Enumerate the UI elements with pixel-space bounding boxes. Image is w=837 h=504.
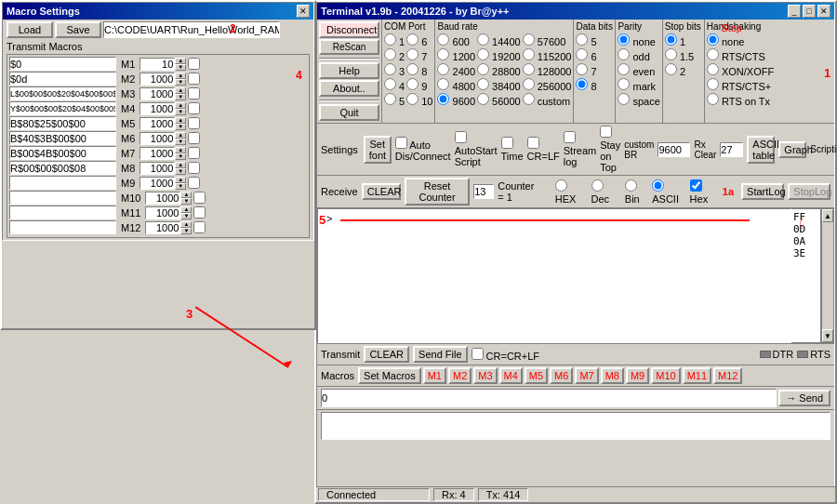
sb1-radio[interactable] (665, 33, 677, 46)
terminal-maximize-button[interactable]: □ (803, 5, 816, 18)
hs-xon-radio[interactable] (707, 63, 719, 75)
m7-checkbox[interactable] (188, 147, 200, 159)
macro-m9-input[interactable] (9, 176, 116, 190)
receive-clear-button[interactable]: CLEAR (362, 183, 401, 200)
auto-start-checkbox[interactable] (455, 131, 467, 143)
baud28800-radio[interactable] (477, 63, 489, 75)
file-path-input[interactable]: C:\CODE\UART\Run_HelloWorld_RAM.tmf (103, 21, 280, 38)
db5-radio[interactable] (576, 33, 588, 46)
m11-spin-up[interactable]: ▲ (180, 206, 192, 213)
stream-log-checkbox[interactable] (564, 131, 576, 143)
baud38400-radio[interactable] (477, 78, 489, 90)
close-button[interactable]: ✕ (297, 5, 310, 18)
baud14400-radio[interactable] (477, 33, 489, 46)
m5-checkbox[interactable] (188, 117, 200, 129)
disconnect-button[interactable]: Disconnect (319, 21, 379, 38)
m6-delay-input[interactable] (140, 132, 175, 145)
stay-on-top-checkbox[interactable] (600, 126, 612, 138)
m3-checkbox[interactable] (188, 87, 200, 99)
m9-delay-input[interactable] (140, 177, 175, 190)
m9-spin-up[interactable]: ▲ (175, 177, 186, 183)
macro-m2-input[interactable] (9, 72, 116, 86)
terminal-close-button[interactable]: ✕ (817, 5, 830, 18)
m12-checkbox[interactable] (193, 221, 206, 233)
macro-m7-input[interactable] (9, 146, 116, 160)
com5-radio[interactable] (384, 93, 396, 105)
m3-spin-up[interactable]: ▲ (175, 87, 186, 94)
macro-m8-input[interactable] (9, 161, 116, 175)
hex-radio[interactable] (555, 179, 567, 192)
extra-input-area[interactable] (321, 412, 830, 440)
macro-m7-button[interactable]: M7 (575, 367, 598, 384)
hs-rtscts-radio[interactable] (707, 48, 719, 60)
m2-checkbox[interactable] (188, 73, 200, 85)
auto-disconnect-checkbox[interactable] (395, 137, 407, 149)
hs-rtson-radio[interactable] (707, 93, 719, 105)
macro-m6-button[interactable]: M6 (550, 367, 573, 384)
m12-spin-up[interactable]: ▲ (180, 221, 192, 228)
custom-br-input[interactable]: 9600 (658, 142, 690, 157)
baud1200-radio[interactable] (437, 48, 449, 60)
send-file-button[interactable]: Send File (413, 346, 467, 363)
scrollbar-up-button[interactable]: ▲ (822, 209, 833, 222)
baud2400-radio[interactable] (437, 63, 449, 75)
time-checkbox[interactable] (501, 137, 513, 149)
m12-spin-down[interactable]: ▼ (180, 228, 192, 234)
macro-m10-input[interactable] (9, 191, 116, 205)
ascii-radio[interactable] (652, 179, 664, 192)
m3-delay-input[interactable] (140, 87, 175, 100)
com10-radio[interactable] (406, 93, 418, 105)
quit-button[interactable]: Quit (319, 104, 379, 121)
rx-clear-input[interactable]: 27 (720, 142, 743, 157)
baud600-radio[interactable] (437, 33, 449, 46)
macro-m5-button[interactable]: M5 (525, 367, 548, 384)
m11-delay-input[interactable] (145, 206, 180, 219)
baud56000-radio[interactable] (477, 93, 489, 105)
m6-spin-down[interactable]: ▼ (175, 139, 186, 145)
m5-spin-up[interactable]: ▲ (175, 117, 186, 124)
macro-m1-button[interactable]: M1 (423, 367, 446, 384)
com2-radio[interactable] (384, 48, 396, 60)
help-button[interactable]: Help (319, 62, 379, 79)
m5-spin-down[interactable]: ▼ (175, 124, 186, 130)
baud9600-radio[interactable] (437, 93, 449, 105)
macro-m2-button[interactable]: M2 (448, 367, 472, 384)
hs-none-radio[interactable] (707, 33, 719, 46)
macro-m12-input[interactable] (9, 220, 116, 234)
hs-rtscts2-radio[interactable] (707, 78, 719, 90)
parity-space-radio[interactable] (618, 93, 630, 105)
ascii-table-button[interactable]: ASCII table (747, 136, 775, 164)
db8-radio[interactable] (576, 78, 588, 90)
m1-spin-up[interactable]: ▲ (175, 58, 186, 64)
bin-radio[interactable] (625, 179, 637, 192)
com7-radio[interactable] (406, 48, 418, 60)
macro-m9-button[interactable]: M9 (626, 367, 649, 384)
parity-even-radio[interactable] (618, 63, 630, 75)
sb2-radio[interactable] (665, 63, 677, 75)
cr-crlf-checkbox[interactable] (472, 348, 484, 360)
dec-radio[interactable] (591, 179, 604, 192)
m10-spin-up[interactable]: ▲ (180, 192, 192, 198)
send-button[interactable]: → Send (778, 390, 830, 406)
stop-log-button[interactable]: StopLog (788, 183, 830, 200)
transmit-clear-button[interactable]: CLEAR (364, 346, 409, 363)
rescan-button[interactable]: ReScan (319, 39, 379, 55)
com6-radio[interactable] (406, 33, 418, 46)
baud115200-radio[interactable] (523, 48, 535, 60)
m1-checkbox[interactable] (188, 58, 200, 70)
macro-m5-input[interactable] (9, 116, 116, 130)
baud128000-radio[interactable] (523, 63, 535, 75)
transmit-input[interactable] (321, 389, 777, 407)
sb15-radio[interactable] (665, 48, 677, 60)
scrollbar-down-button[interactable]: ▼ (822, 329, 833, 342)
graph-button[interactable]: Graph (778, 141, 806, 158)
m4-delay-input[interactable] (140, 102, 175, 115)
set-macros-button[interactable]: Set Macros (358, 367, 421, 384)
macro-m6-input[interactable] (9, 131, 116, 145)
m4-spin-up[interactable]: ▲ (175, 102, 186, 109)
counter-value-input[interactable] (473, 184, 494, 199)
reset-counter-button[interactable]: Reset Counter (405, 178, 470, 206)
db7-radio[interactable] (576, 63, 588, 75)
m5-delay-input[interactable] (140, 117, 175, 130)
m8-checkbox[interactable] (188, 162, 200, 174)
